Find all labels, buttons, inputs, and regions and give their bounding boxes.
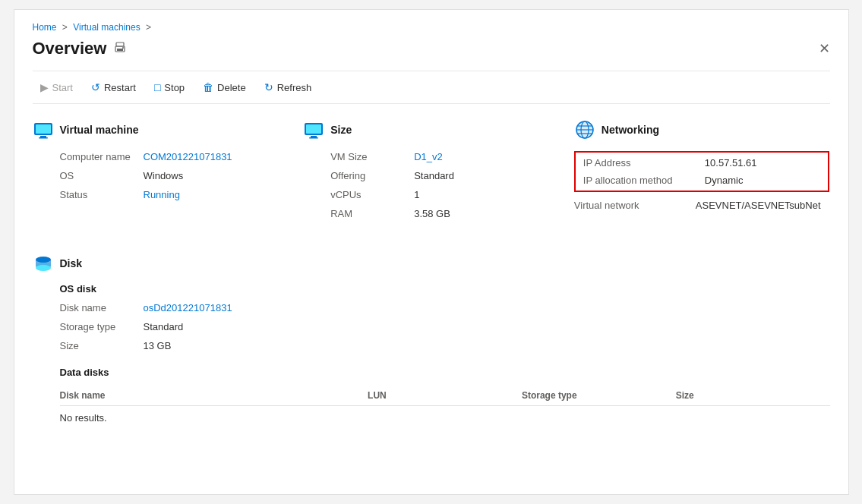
vm-section: Virtual machine Computer name COM2012210…	[33, 119, 289, 227]
label-disk-size: Size	[60, 340, 144, 351]
os-disk-title: OS disk	[60, 283, 830, 295]
data-disks-subsection: Data disks Disk name LUN Storage type Si…	[33, 367, 830, 430]
breadcrumb: Home > Virtual machines >	[33, 22, 830, 33]
size-section-header: Size	[303, 119, 559, 140]
field-status: Status Running	[33, 189, 289, 200]
col-storage-type: Storage type	[522, 390, 676, 401]
svg-rect-6	[40, 136, 46, 137]
field-virtual-network: Virtual network ASEVNET/ASEVNETsubNet	[574, 197, 830, 211]
label-virtual-network: Virtual network	[574, 200, 696, 211]
value-vm-size[interactable]: D1_v2	[414, 151, 443, 162]
disk-section-title: Disk	[60, 257, 83, 269]
close-icon[interactable]: ✕	[819, 40, 830, 57]
field-os: OS Windows	[33, 170, 289, 181]
networking-section-header: Networking	[574, 119, 830, 140]
field-disk-size: Size 13 GB	[60, 340, 830, 351]
svg-rect-2	[117, 49, 123, 51]
breadcrumb-sep1: >	[62, 22, 68, 33]
refresh-label: Refresh	[277, 82, 312, 93]
start-button[interactable]: ▶ Start	[33, 77, 81, 97]
restart-label: Restart	[104, 82, 136, 93]
col-size: Size	[676, 390, 830, 401]
stop-button[interactable]: □ Stop	[147, 77, 192, 97]
field-vcpus: vCPUs 1	[303, 189, 559, 200]
networking-section: Networking IP Address 10.57.51.61 IP all…	[574, 119, 830, 227]
stop-label: Stop	[164, 82, 185, 93]
start-label: Start	[52, 82, 73, 93]
col-lun: LUN	[368, 390, 522, 401]
label-computer-name: Computer name	[60, 151, 144, 162]
label-offering: Offering	[330, 170, 414, 181]
svg-point-3	[122, 47, 124, 49]
toolbar: ▶ Start ↺ Restart □ Stop 🗑 Delete ↻ Refr…	[33, 71, 830, 104]
main-content-grid: Virtual machine Computer name COM2012210…	[33, 119, 830, 227]
overview-panel: Home > Virtual machines > Overview ✕ ▶ S…	[14, 9, 849, 495]
restart-icon: ↺	[91, 81, 100, 93]
vm-section-icon	[33, 119, 54, 140]
value-status: Running	[144, 189, 180, 200]
label-vm-size: VM Size	[330, 151, 414, 162]
vm-section-title: Virtual machine	[60, 124, 139, 136]
label-os: OS	[60, 170, 144, 181]
field-vm-size: VM Size D1_v2	[303, 151, 559, 162]
os-disk-subsection: OS disk Disk name osDd201221071831 Stora…	[33, 283, 830, 351]
refresh-icon: ↻	[264, 81, 273, 93]
field-computer-name: Computer name COM201221071831	[33, 151, 289, 162]
value-os: Windows	[144, 170, 184, 181]
label-ram: RAM	[330, 208, 414, 219]
field-storage-type: Storage type Standard	[60, 321, 830, 332]
value-virtual-network: ASEVNET/ASEVNETsubNet	[696, 200, 821, 211]
value-storage-type: Standard	[144, 321, 184, 332]
networking-section-title: Networking	[602, 124, 659, 136]
label-storage-type: Storage type	[60, 321, 144, 332]
col-disk-name: Disk name	[60, 390, 368, 401]
print-icon[interactable]	[114, 42, 126, 56]
label-status: Status	[60, 189, 144, 200]
field-offering: Offering Standard	[303, 170, 559, 181]
value-offering: Standard	[414, 170, 454, 181]
field-ram: RAM 3.58 GB	[303, 208, 559, 219]
svg-rect-0	[116, 43, 124, 46]
svg-rect-10	[311, 136, 317, 137]
breadcrumb-sep2: >	[146, 22, 151, 33]
label-ip-address: IP Address	[583, 157, 705, 169]
value-ip-allocation: Dynamic	[705, 175, 744, 186]
disk-section-header: Disk	[33, 253, 830, 274]
start-icon: ▶	[40, 81, 49, 93]
networking-highlighted-box: IP Address 10.57.51.61 IP allocation met…	[574, 151, 830, 192]
refresh-button[interactable]: ↻ Refresh	[257, 77, 320, 97]
data-disks-table-header: Disk name LUN Storage type Size	[60, 386, 830, 406]
header-left: Overview	[33, 39, 127, 58]
vm-section-header: Virtual machine	[33, 119, 289, 140]
svg-rect-7	[39, 137, 48, 139]
page-title: Overview	[33, 39, 107, 58]
no-results-label: No results.	[60, 406, 830, 430]
value-computer-name[interactable]: COM201221071831	[144, 151, 232, 162]
value-disk-name[interactable]: osDd201221071831	[144, 302, 232, 313]
delete-icon: 🗑	[203, 81, 213, 93]
value-ip-address: 10.57.51.61	[705, 157, 757, 169]
svg-point-22	[36, 265, 51, 271]
delete-label: Delete	[217, 82, 246, 93]
field-ip-address: IP Address 10.57.51.61	[583, 157, 821, 169]
value-vcpus: 1	[414, 189, 419, 200]
size-section-icon	[303, 119, 324, 140]
disk-section-icon	[33, 253, 54, 274]
svg-rect-5	[36, 124, 51, 134]
page-header: Overview ✕	[33, 39, 830, 58]
svg-rect-11	[309, 137, 318, 139]
disk-section: Disk OS disk Disk name osDd201221071831 …	[33, 250, 830, 430]
delete-button[interactable]: 🗑 Delete	[195, 77, 254, 97]
breadcrumb-home[interactable]: Home	[33, 22, 57, 33]
field-disk-name: Disk name osDd201221071831	[60, 302, 830, 313]
stop-icon: □	[154, 81, 160, 93]
data-disks-title: Data disks	[60, 367, 830, 378]
label-ip-allocation: IP allocation method	[583, 175, 705, 186]
restart-button[interactable]: ↺ Restart	[84, 77, 144, 97]
label-disk-name: Disk name	[60, 302, 144, 313]
svg-rect-9	[306, 124, 321, 134]
breadcrumb-vms[interactable]: Virtual machines	[73, 22, 141, 33]
value-disk-size: 13 GB	[144, 340, 172, 351]
value-ram: 3.58 GB	[414, 208, 450, 219]
field-ip-allocation: IP allocation method Dynamic	[583, 175, 821, 186]
